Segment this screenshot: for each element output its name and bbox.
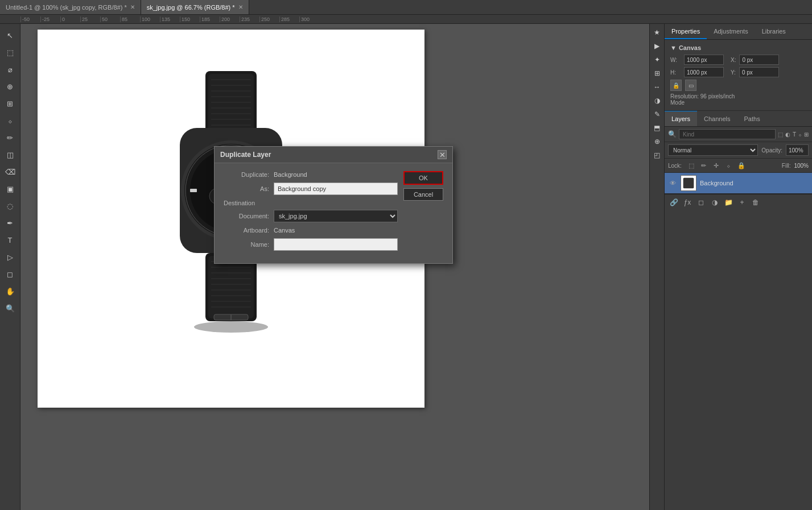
ruler-tick: 25 [80,16,100,22]
link-layers-btn[interactable]: 🔗 [668,197,679,208]
tab-untitled[interactable]: Untitled-1 @ 100% (sk_jpg copy, RGB/8#) … [0,0,141,14]
landscape-btn[interactable]: ▭ [685,80,696,91]
eraser-tool[interactable]: ⌫ [2,164,18,180]
quick-select-tool[interactable]: ⊕ [2,78,18,94]
w-label: W: [670,57,681,63]
as-input[interactable] [274,183,398,195]
layer-comp-icon[interactable]: ⬒ [651,122,663,134]
layer-item-background[interactable]: 👁 Background [665,173,812,194]
lock-position-btn[interactable]: ✛ [711,160,722,171]
path-select-tool[interactable]: ▷ [2,249,18,265]
ruler-tick: 300 [299,16,319,22]
tab-bar: Untitled-1 @ 100% (sk_jpg copy, RGB/8#) … [0,0,812,15]
edit-icon[interactable]: ✎ [651,108,663,121]
tab-close-sk-jpg[interactable]: ✕ [238,4,243,10]
link-icon[interactable]: ↔ [651,81,663,93]
pen-tool[interactable]: ✒ [2,215,18,231]
brush-tool[interactable]: ✏ [2,130,18,146]
ruler-tick: 185 [200,16,220,22]
resolution-text: Resolution: 96 pixels/inch [670,93,806,99]
lock-image-btn[interactable]: ✏ [699,160,709,171]
document-select[interactable]: sk_jpg.jpg [274,210,398,222]
tab-properties[interactable]: Properties [665,24,707,39]
history-icon[interactable]: ◑ [651,94,663,107]
cancel-button[interactable]: Cancel [403,188,443,201]
lasso-tool[interactable]: ⌀ [2,61,18,77]
tab-layers[interactable]: Layers [665,111,697,126]
sparkle-icon[interactable]: ✦ [651,53,663,66]
lock-artboard-btn[interactable]: ⬦ [724,160,734,171]
shape-tool[interactable]: ◻ [2,266,18,282]
canvas-icons-row: 🔒 ▭ [670,80,806,91]
search-input[interactable] [679,129,776,139]
clone-stamp-tool[interactable]: ◫ [2,147,18,163]
layers-mode-row: Normal Opacity: [665,142,812,159]
name-label: Name: [224,241,269,248]
gradient-tool[interactable]: ▣ [2,181,18,197]
layers-search: 🔍 ⬚ ◐ T ⬦ ⊞ [665,127,812,142]
duplicate-value: Background [274,171,307,178]
blend-mode-select[interactable]: Normal [668,144,758,156]
actions-icon[interactable]: ◰ [651,149,663,161]
filter-icon-smart[interactable]: ⊞ [804,131,809,138]
filter-icon-shape[interactable]: ⬦ [798,131,802,138]
h-input[interactable] [684,67,724,77]
add-mask-btn[interactable]: ◻ [695,197,707,208]
filter-icon-pixel[interactable]: ⬚ [778,131,783,138]
hand-tool[interactable]: ✋ [2,283,18,299]
layers-lock-row: Lock: ⬚ ✏ ✛ ⬦ 🔒 Fill: 100% [665,159,812,173]
new-layer-btn[interactable]: + [736,197,748,208]
tab-libraries[interactable]: Libraries [755,24,793,39]
artboard-value: Canvas [274,227,295,234]
plus-actions-icon[interactable]: ⊕ [651,135,663,148]
duplicate-layer-dialog: Duplicate Layer ✕ Duplicate: Background … [214,146,453,264]
opacity-input[interactable] [786,144,809,156]
dodge-tool[interactable]: ◌ [2,198,18,214]
lock-aspect-btn[interactable]: 🔒 [670,80,682,91]
canvas-collapse-icon[interactable]: ▼ [670,44,677,51]
layer-visibility-icon[interactable]: 👁 [668,179,677,188]
artboard-label: Artboard: [224,227,269,234]
ok-button[interactable]: OK [403,171,443,185]
name-input[interactable] [274,238,398,251]
canvas-area[interactable]: ↖ [20,24,649,510]
tab-paths[interactable]: Paths [737,111,767,126]
tab-sk-jpg[interactable]: sk_jpg.jpg @ 66.7% (RGB/8#) * ✕ [141,0,249,14]
ruler-tick: 150 [180,16,200,22]
lock-all-btn[interactable]: 🔒 [736,160,747,171]
fill-value: 100% [794,163,809,169]
layer-thumbnail [681,175,696,191]
tab-adjustments[interactable]: Adjustments [707,24,755,39]
dialog-close-button[interactable]: ✕ [438,150,447,159]
lock-transparent-btn[interactable]: ⬚ [686,160,696,171]
add-style-btn[interactable]: ƒx [682,197,693,208]
text-tool[interactable]: T [2,232,18,248]
filter-icon-text[interactable]: T [793,131,796,138]
tab-channels[interactable]: Channels [697,111,737,126]
delete-layer-btn[interactable]: 🗑 [750,197,761,208]
right-icon-bar: ★ ▶ ✦ ⊞ ↔ ◑ ✎ ⬒ ⊕ ◰ [649,24,664,510]
add-adj-btn[interactable]: ◑ [709,197,720,208]
filter-icon-adj[interactable]: ◐ [785,131,790,138]
crop-tool[interactable]: ⊞ [2,96,18,111]
properties-tabs: Properties Adjustments Libraries [665,24,812,40]
as-label: As: [224,185,269,192]
x-input[interactable] [739,55,779,65]
properties-icon[interactable]: ★ [651,26,663,39]
spot-heal-tool[interactable]: ⬦ [2,113,18,128]
ruler-tick: 235 [240,16,259,22]
grid-icon[interactable]: ⊞ [651,67,663,80]
left-toolbar: ↖ ⬚ ⌀ ⊕ ⊞ ⬦ ✏ ◫ ⌫ ▣ ◌ ✒ T ▷ ◻ ✋ 🔍 [0,24,20,510]
y-input[interactable] [739,67,779,77]
zoom-tool[interactable]: 🔍 [2,300,18,316]
new-group-btn[interactable]: 📁 [723,197,734,208]
right-panel: Properties Adjustments Libraries ▼ Canva… [664,24,812,510]
ruler-tick: 0 [60,16,80,22]
move-tool[interactable]: ↖ [2,27,18,43]
play-icon[interactable]: ▶ [651,40,663,52]
dialog-title: Duplicate Layer [220,151,271,159]
w-input[interactable] [684,55,724,65]
tab-close-untitled[interactable]: ✕ [130,4,135,10]
tab-label-sk-jpg: sk_jpg.jpg @ 66.7% (RGB/8#) * [147,4,235,11]
marquee-tool[interactable]: ⬚ [2,44,18,60]
